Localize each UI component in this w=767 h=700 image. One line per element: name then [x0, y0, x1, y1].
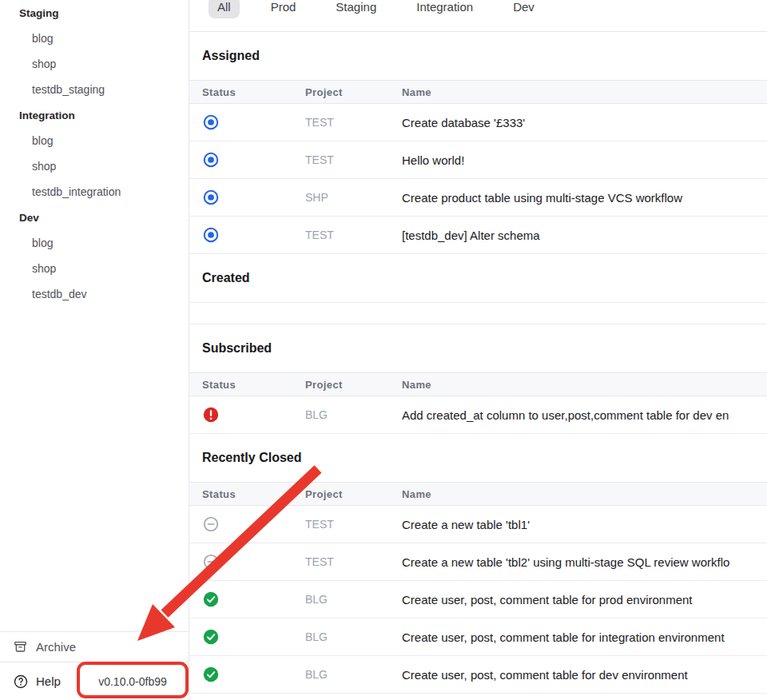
tab-integration[interactable]: Integration: [407, 0, 482, 18]
issue-name-cell: Create user, post, comment table for pro…: [402, 593, 767, 607]
issue-project-cell: TEST: [305, 116, 402, 129]
issue-project-cell: TEST: [305, 555, 402, 568]
issue-status-cell: [202, 226, 305, 244]
issue-name-cell: Create a new table 'tbl1': [402, 518, 767, 531]
sidebar-database-shop[interactable]: shop: [0, 256, 189, 281]
archive-icon: [13, 639, 28, 654]
sidebar-environment-staging[interactable]: Staging: [0, 0, 189, 26]
issue-row[interactable]: BLG Add created_at column to user,post,c…: [189, 396, 767, 434]
tab-dev[interactable]: Dev: [504, 0, 543, 18]
column-header-status: Status: [202, 488, 305, 500]
section-assigned: Assigned Status Project Name TEST Create…: [189, 32, 767, 254]
status-open-icon: [202, 226, 220, 244]
issue-status-cell: [202, 591, 305, 608]
issue-project-cell: TEST: [305, 153, 402, 166]
status-canceled-icon: [202, 515, 220, 533]
issue-project-cell: BLG: [305, 630, 402, 643]
issue-row[interactable]: BLG Create user, post, comment table for…: [189, 618, 767, 656]
issue-status-cell: [202, 406, 305, 424]
issue-row[interactable]: BLG Create user, post, comment table for…: [189, 656, 767, 694]
app-root: Stagingblogshoptestdb_stagingIntegration…: [0, 0, 767, 700]
help-label: Help: [36, 674, 61, 688]
issue-row[interactable]: TEST Hello world!: [189, 141, 767, 179]
database-tree: Stagingblogshoptestdb_stagingIntegration…: [0, 0, 189, 307]
issue-name-cell: Create product table using multi-stage V…: [402, 191, 767, 205]
issue-row[interactable]: SHP Create product table using multi-sta…: [189, 179, 767, 217]
issue-row[interactable]: BLG Create user, post, comment table for…: [189, 581, 767, 618]
status-done-icon: [202, 591, 220, 608]
table-header-row: Status Project Name: [189, 372, 767, 396]
column-header-project: Project: [305, 379, 402, 391]
column-header-project: Project: [305, 86, 402, 98]
issue-status-cell: [202, 151, 305, 169]
section-created: Created: [189, 254, 767, 324]
sidebar-database-blog[interactable]: blog: [0, 26, 189, 51]
section-title: Recently Closed: [189, 434, 767, 482]
issue-name-cell: Add created_at column to user,post,comme…: [402, 408, 767, 422]
issue-project-cell: TEST: [305, 229, 402, 241]
issue-name-cell: Create a new table 'tbl2' using multi-st…: [402, 555, 767, 569]
section-title: Created: [189, 254, 767, 302]
sidebar-environment-integration[interactable]: Integration: [0, 102, 189, 128]
tab-staging[interactable]: Staging: [327, 0, 385, 18]
issue-project-cell: BLG: [305, 668, 402, 681]
issue-name-cell: Create database '£333': [402, 116, 767, 129]
table-header-row: Status Project Name: [189, 80, 767, 104]
help-icon: [13, 674, 29, 690]
main-panel: AllProdStagingIntegrationDev Assigned St…: [189, 0, 767, 700]
status-attention-icon: [202, 406, 220, 424]
section-recently-closed: Recently Closed Status Project Name TEST…: [189, 434, 767, 694]
issue-row[interactable]: TEST Create a new table 'tbl1': [189, 506, 767, 543]
issue-project-cell: BLG: [305, 593, 402, 606]
column-header-name: Name: [402, 86, 767, 98]
issue-status-cell: [202, 628, 305, 646]
sidebar: Stagingblogshoptestdb_stagingIntegration…: [0, 0, 189, 700]
issue-name-cell: Hello world!: [402, 153, 767, 167]
section-subscribed: Subscribed Status Project Name BLG Add c…: [189, 324, 767, 434]
issue-status-cell: [202, 553, 305, 571]
issue-row[interactable]: TEST Create a new table 'tbl2' using mul…: [189, 543, 767, 581]
column-header-name: Name: [402, 379, 767, 391]
issue-name-cell: Create user, post, comment table for dev…: [402, 668, 767, 682]
status-canceled-icon: [202, 553, 220, 571]
issue-project-cell: TEST: [305, 518, 402, 531]
issue-row[interactable]: TEST Create database '£333': [189, 104, 767, 141]
sidebar-database-testdb-dev[interactable]: testdb_dev: [0, 281, 189, 307]
section-title: Assigned: [189, 32, 767, 80]
sidebar-database-testdb-staging[interactable]: testdb_staging: [0, 77, 189, 102]
column-header-status: Status: [202, 379, 305, 391]
empty-issue-list: [189, 302, 767, 324]
sidebar-database-testdb-integration[interactable]: testdb_integration: [0, 179, 189, 205]
status-open-icon: [202, 151, 220, 169]
column-header-project: Project: [305, 488, 402, 500]
issue-project-cell: SHP: [305, 191, 402, 204]
sidebar-environment-dev[interactable]: Dev: [0, 205, 189, 230]
tab-prod[interactable]: Prod: [262, 0, 305, 18]
issue-sections: Assigned Status Project Name TEST Create…: [189, 32, 767, 694]
issue-row[interactable]: TEST [testdb_dev] Alter schema: [189, 217, 767, 254]
column-header-status: Status: [202, 86, 305, 98]
help-button[interactable]: Help: [13, 674, 61, 690]
archive-label: Archive: [36, 640, 76, 654]
column-header-name: Name: [402, 488, 767, 500]
sidebar-database-shop[interactable]: shop: [0, 51, 189, 77]
issue-status-cell: [202, 666, 305, 683]
sidebar-bottom-bar: Help v0.10.0-0fb99: [0, 662, 189, 700]
sidebar-database-shop[interactable]: shop: [0, 153, 189, 179]
status-open-icon: [202, 189, 220, 206]
sidebar-item-archive[interactable]: Archive: [0, 631, 189, 662]
tab-all[interactable]: All: [209, 0, 240, 18]
issue-name-cell: Create user, post, comment table for int…: [402, 630, 767, 644]
issue-name-cell: [testdb_dev] Alter schema: [402, 229, 767, 242]
environment-tabs: AllProdStagingIntegrationDev: [189, 0, 767, 32]
status-done-icon: [202, 628, 220, 646]
section-title: Subscribed: [189, 324, 767, 372]
sidebar-database-blog[interactable]: blog: [0, 230, 189, 256]
version-badge: v0.10.0-0fb99: [78, 675, 187, 688]
status-open-icon: [202, 113, 220, 131]
issue-project-cell: BLG: [305, 408, 402, 421]
issue-status-cell: [202, 515, 305, 533]
issue-status-cell: [202, 189, 305, 206]
sidebar-database-blog[interactable]: blog: [0, 128, 189, 153]
table-header-row: Status Project Name: [189, 482, 767, 506]
